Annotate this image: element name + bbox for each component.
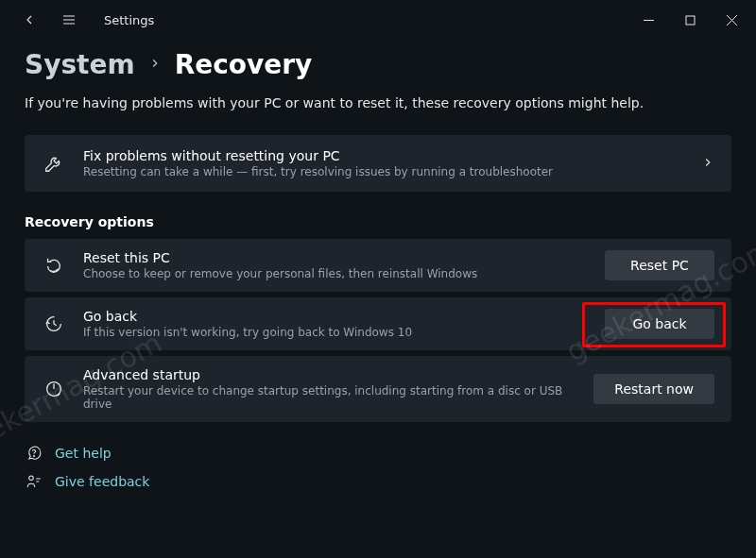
app-title: Settings — [104, 13, 154, 27]
breadcrumb: System Recovery — [25, 49, 731, 80]
back-button[interactable] — [11, 2, 47, 38]
go-back-desc: If this version isn't working, try going… — [83, 326, 588, 339]
breadcrumb-current: Recovery — [175, 49, 313, 80]
get-help-link[interactable]: Get help — [25, 445, 731, 462]
fix-card-desc: Resetting can take a while — first, try … — [83, 165, 684, 178]
chevron-right-icon — [148, 57, 162, 73]
give-feedback-label: Give feedback — [55, 474, 149, 489]
page-subtitle: If you're having problems with your PC o… — [25, 95, 731, 110]
chevron-right-icon — [701, 156, 714, 172]
advanced-startup-row: Advanced startup Restart your device to … — [25, 356, 731, 422]
fix-card-title: Fix problems without resetting your PC — [83, 148, 684, 163]
restart-now-button[interactable]: Restart now — [593, 374, 714, 404]
go-back-title: Go back — [83, 309, 588, 324]
feedback-icon — [25, 473, 43, 490]
svg-rect-0 — [686, 16, 695, 25]
titlebar: Settings — [0, 0, 756, 40]
reset-icon — [42, 255, 66, 276]
advanced-title: Advanced startup — [83, 367, 576, 382]
minimize-button[interactable] — [627, 2, 669, 38]
recovery-options-header: Recovery options — [25, 214, 731, 229]
fix-problems-card[interactable]: Fix problems without resetting your PC R… — [25, 135, 731, 192]
give-feedback-link[interactable]: Give feedback — [25, 473, 731, 490]
nav-menu-button[interactable] — [51, 2, 87, 38]
svg-point-4 — [29, 476, 34, 481]
power-settings-icon — [42, 379, 66, 399]
wrench-icon — [42, 153, 66, 174]
history-icon — [42, 313, 66, 334]
reset-pc-row: Reset this PC Choose to keep or remove y… — [25, 239, 731, 292]
go-back-button[interactable]: Go back — [605, 309, 714, 339]
maximize-button[interactable] — [669, 2, 711, 38]
reset-desc: Choose to keep or remove your personal f… — [83, 267, 588, 280]
breadcrumb-parent[interactable]: System — [25, 49, 135, 80]
advanced-desc: Restart your device to change startup se… — [83, 384, 576, 411]
reset-pc-button[interactable]: Reset PC — [605, 250, 714, 280]
help-icon — [25, 445, 43, 462]
go-back-row: Go back If this version isn't working, t… — [25, 297, 731, 350]
get-help-label: Get help — [55, 446, 112, 461]
reset-title: Reset this PC — [83, 250, 588, 265]
close-button[interactable] — [711, 2, 752, 38]
svg-point-3 — [34, 456, 35, 457]
